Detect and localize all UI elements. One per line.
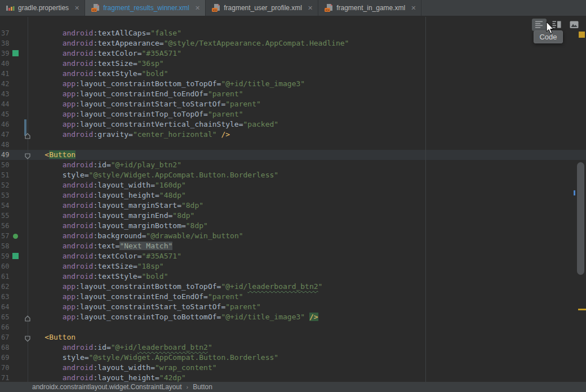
- line-number: 71: [1, 373, 16, 382]
- tab-gradle-properties[interactable]: gradle.properties ✕: [0, 0, 85, 16]
- close-icon[interactable]: ✕: [74, 5, 79, 11]
- code-line[interactable]: 67 <Button: [0, 332, 586, 342]
- stripe-change-marker[interactable]: [574, 190, 575, 195]
- code-text: android:textColor="#35A571": [27, 251, 181, 261]
- mouse-cursor: [546, 22, 554, 34]
- code-line[interactable]: 50 android:id="@+id/play_btn2": [0, 160, 586, 170]
- line-number: 37: [1, 28, 16, 38]
- tab-label: fragment_results_winner.xml: [103, 4, 189, 12]
- xml-file-icon: <>: [211, 3, 220, 12]
- code-line[interactable]: 71 android:layout_height="42dp": [0, 373, 586, 382]
- design-mode-button[interactable]: [567, 19, 581, 31]
- code-text: android:layout_marginStart="8dp": [27, 201, 203, 211]
- code-line[interactable]: 42 app:layout_constraintBottom_toTopOf="…: [0, 79, 586, 89]
- code-text: android:textColor="#35A571": [27, 48, 181, 59]
- line-number: 43: [1, 89, 16, 99]
- code-line[interactable]: 48: [0, 140, 586, 150]
- line-number: 42: [1, 79, 16, 89]
- tab-label: fragment_user_profile.xml: [224, 4, 302, 12]
- code-text: android:id="@+id/leaderboard_btn2": [27, 342, 212, 353]
- close-icon[interactable]: ✕: [308, 5, 313, 11]
- tab-fragment-results-winner[interactable]: <> fragment_results_winner.xml ✕: [85, 0, 206, 16]
- code-line[interactable]: 40 android:textSize="36sp": [0, 59, 586, 69]
- line-number: 52: [1, 180, 16, 190]
- close-icon[interactable]: ✕: [411, 5, 416, 11]
- code-text: android:layout_width="160dp": [27, 180, 186, 190]
- code-line[interactable]: 58 android:text="Next Match": [0, 241, 586, 251]
- code-line[interactable]: 66: [0, 322, 586, 332]
- code-line[interactable]: 52 android:layout_width="160dp": [0, 180, 586, 190]
- code-text: app:layout_constraintEnd_toEndOf="parent…: [27, 89, 243, 99]
- drawable-preview-icon[interactable]: [13, 234, 18, 239]
- code-line[interactable]: 51 style="@style/Widget.AppCompat.Button…: [0, 170, 586, 180]
- code-line[interactable]: 62 app:layout_constraintBottom_toTopOf="…: [0, 282, 586, 292]
- code-line[interactable]: 47 android:gravity="center_horizontal" /…: [0, 130, 586, 140]
- code-line[interactable]: 45 app:layout_constraintTop_toTopOf="par…: [0, 109, 586, 119]
- code-line[interactable]: 41 android:textStyle="bold": [0, 69, 586, 79]
- line-number: 44: [1, 99, 16, 109]
- code-line[interactable]: 46 app:layout_constraintVertical_chainSt…: [0, 119, 586, 130]
- inspections-indicator[interactable]: [579, 32, 585, 38]
- code-text: <Button: [27, 150, 76, 160]
- code-line[interactable]: 60 android:textSize="18sp": [0, 261, 586, 271]
- code-line[interactable]: 56 android:layout_marginBottom="8dp": [0, 221, 586, 231]
- code-text: android:textSize="18sp": [27, 261, 164, 271]
- code-line[interactable]: 70 android:layout_width="wrap_content": [0, 363, 586, 373]
- line-number: 47: [1, 130, 16, 140]
- code-line[interactable]: 69 style="@style/Widget.AppCompat.Button…: [0, 353, 586, 363]
- code-line[interactable]: 54 android:layout_marginStart="8dp": [0, 201, 586, 211]
- code-text: android:layout_height="42dp": [27, 373, 186, 382]
- tab-fragment-in-game[interactable]: <> fragment_in_game.xml ✕: [318, 0, 421, 16]
- code-mode-button[interactable]: [532, 19, 547, 31]
- code-text: app:layout_constraintTop_toBottomOf="@+i…: [27, 312, 318, 322]
- color-preview-icon[interactable]: [12, 50, 19, 56]
- stripe-warning-marker[interactable]: [578, 309, 586, 310]
- code-text: android:textAllCaps="false": [27, 28, 181, 38]
- code-line[interactable]: 55 android:layout_marginEnd="8dp": [0, 211, 586, 221]
- line-number: 40: [1, 59, 16, 69]
- code-line[interactable]: 37 android:textAllCaps="false": [0, 28, 586, 38]
- line-number: 66: [1, 322, 16, 332]
- code-text: android:layout_height="48dp": [27, 190, 186, 201]
- editor-mode-toolbar: [532, 19, 581, 31]
- code-line[interactable]: 68 android:id="@+id/leaderboard_btn2": [0, 342, 586, 353]
- line-number: 58: [1, 241, 16, 251]
- line-number: 48: [1, 140, 16, 150]
- code-line[interactable]: 44 app:layout_constraintStart_toStartOf=…: [0, 99, 586, 109]
- vertical-scrollbar[interactable]: [577, 162, 584, 275]
- breadcrumb: androidx.constraintlayout.widget.Constra…: [0, 382, 586, 392]
- code-text: app:layout_constraintStart_toStartOf="pa…: [27, 302, 261, 312]
- color-preview-icon[interactable]: [12, 253, 19, 259]
- line-number: 41: [1, 69, 16, 79]
- code-line[interactable]: 53 android:layout_height="48dp": [0, 190, 586, 201]
- code-line[interactable]: 49 <Button: [0, 150, 586, 160]
- line-number: 60: [1, 261, 16, 271]
- code-line[interactable]: 65 app:layout_constraintTop_toBottomOf="…: [0, 312, 586, 322]
- code-text: app:layout_constraintVertical_chainStyle…: [27, 119, 278, 130]
- code-text: android:text="Next Match": [27, 241, 172, 251]
- line-number: 45: [1, 109, 16, 119]
- ide-window: gradle.properties ✕ <> fragment_results_…: [0, 0, 586, 392]
- code-text: app:layout_constraintTop_toTopOf="parent…: [27, 109, 243, 119]
- tab-label: fragment_in_game.xml: [336, 4, 405, 12]
- tab-fragment-user-profile[interactable]: <> fragment_user_profile.xml ✕: [206, 0, 318, 16]
- code-line[interactable]: 57 android:background="@drawable/win_but…: [0, 231, 586, 241]
- line-number: 46: [1, 119, 16, 130]
- code-line[interactable]: 38 android:textAppearance="@style/TextAp…: [0, 38, 586, 48]
- code-text: app:layout_constraintBottom_toTopOf="@+i…: [27, 282, 322, 292]
- gradle-properties-file-icon: [6, 3, 15, 12]
- code-line[interactable]: 39 android:textColor="#35A571": [0, 48, 586, 59]
- breadcrumb-constraintlayout[interactable]: androidx.constraintlayout.widget.Constra…: [32, 383, 182, 391]
- line-number: 53: [1, 190, 16, 201]
- code-line[interactable]: 59 android:textColor="#35A571": [0, 251, 586, 261]
- breadcrumb-button[interactable]: Button: [193, 383, 212, 391]
- code-line[interactable]: 61 android:textStyle="bold": [0, 271, 586, 282]
- code-line[interactable]: 64 app:layout_constraintStart_toStartOf=…: [0, 302, 586, 312]
- xml-file-icon: <>: [91, 3, 100, 12]
- code-text: android:layout_width="wrap_content": [27, 363, 217, 373]
- code-editor[interactable]: 37 android:textAllCaps="false"38 android…: [0, 17, 586, 382]
- close-icon[interactable]: ✕: [195, 5, 200, 11]
- design-mode-icon: [569, 20, 579, 30]
- code-line[interactable]: 63 app:layout_constraintEnd_toEndOf="par…: [0, 292, 586, 302]
- code-line[interactable]: 43 app:layout_constraintEnd_toEndOf="par…: [0, 89, 586, 99]
